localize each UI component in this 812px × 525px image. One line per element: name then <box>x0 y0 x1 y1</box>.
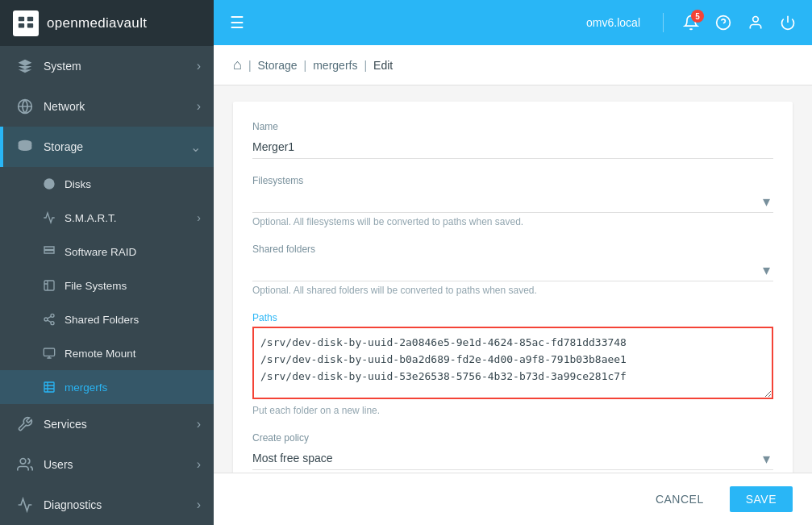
create-policy-select[interactable]: Most free space Least free space Existin… <box>252 447 773 470</box>
sidebar: openmediavault System › Network › Storag… <box>0 0 214 525</box>
svg-rect-3 <box>27 23 33 28</box>
sidebar-item-users[interactable]: Users › <box>0 444 214 485</box>
form-footer: Cancel Save <box>214 473 812 525</box>
paths-label: Paths <box>252 312 773 323</box>
sidebar-item-shared-folders[interactable]: Shared Folders <box>0 302 214 336</box>
svg-point-9 <box>51 314 54 317</box>
sidebar-item-smart[interactable]: S.M.A.R.T. › <box>0 201 214 235</box>
content-area: Name Filesystems ▾ Optional. All filesys… <box>214 85 812 473</box>
breadcrumb-sep-1: | <box>248 59 252 72</box>
svg-point-11 <box>51 322 54 325</box>
merger-icon <box>42 380 56 394</box>
storage-label: Storage <box>44 140 181 153</box>
network-icon <box>16 98 34 115</box>
filesystems-label: Filesystems <box>252 175 773 186</box>
paths-field: Paths /srv/dev-disk-by-uuid-2a0846e5-9e1… <box>252 312 773 416</box>
shared-folders-label: Shared Folders <box>65 314 139 326</box>
profile-button[interactable] <box>744 11 767 34</box>
power-button[interactable] <box>777 11 799 34</box>
topbar-divider <box>663 13 664 32</box>
sidebar-header: openmediavault <box>0 0 214 46</box>
svg-rect-0 <box>19 16 24 21</box>
name-label: Name <box>252 121 773 132</box>
storage-icon <box>16 138 34 156</box>
diagnostics-icon <box>16 496 34 514</box>
filesystems-select[interactable] <box>252 190 773 213</box>
sidebar-item-storage[interactable]: Storage ⌄ <box>0 127 214 167</box>
brand-title: openmediavault <box>47 15 147 31</box>
filesystems-hint: Optional. All filesystems will be conver… <box>252 216 773 227</box>
breadcrumb-sep-3: | <box>364 59 367 72</box>
svg-point-16 <box>753 17 759 23</box>
main-content: ☰ omv6.local 5 ⌂ | Storage | mergerfs | … <box>214 0 812 525</box>
svg-rect-13 <box>44 382 54 392</box>
svg-point-14 <box>20 459 26 465</box>
services-label: Services <box>44 418 187 431</box>
svg-point-10 <box>44 318 48 321</box>
users-label: Users <box>44 458 187 471</box>
svg-rect-8 <box>44 281 54 290</box>
storage-breadcrumb[interactable]: Storage <box>258 59 298 72</box>
help-button[interactable] <box>712 11 735 34</box>
filesystems-select-container: ▾ <box>252 190 773 213</box>
topbar: ☰ omv6.local 5 <box>214 0 812 45</box>
shared-folders-hint: Optional. All shared folders will be con… <box>252 285 773 296</box>
notifications-button[interactable]: 5 <box>680 11 702 34</box>
paths-textarea[interactable]: /srv/dev-disk-by-uuid-2a0846e5-9e1d-4624… <box>252 327 773 399</box>
home-breadcrumb[interactable]: ⌂ <box>233 56 242 73</box>
smart-icon <box>42 210 56 225</box>
storage-chevron-icon: ⌄ <box>190 140 201 155</box>
filesystems-field: Filesystems ▾ Optional. All filesystems … <box>252 175 773 227</box>
svg-rect-12 <box>44 348 54 356</box>
network-chevron-icon: › <box>197 99 201 114</box>
disks-label: Disks <box>65 178 91 190</box>
remote-mount-label: Remote Mount <box>65 348 136 360</box>
hostname-label: omv6.local <box>586 16 640 29</box>
mergerfs-breadcrumb[interactable]: mergerfs <box>313 59 357 72</box>
mergerfs-label: mergerfs <box>65 381 107 394</box>
remote-icon <box>42 346 56 360</box>
software-raid-label: Software RAID <box>65 246 136 258</box>
sidebar-item-mergerfs[interactable]: mergerfs <box>0 370 214 404</box>
users-icon <box>16 456 34 473</box>
smart-label: S.M.A.R.T. <box>65 212 117 224</box>
shared-folders-label: Shared folders <box>252 244 773 255</box>
name-field: Name <box>252 121 773 159</box>
share-icon <box>42 312 56 327</box>
svg-rect-2 <box>19 23 24 28</box>
file-systems-label: File Systems <box>65 280 127 292</box>
sidebar-item-disks[interactable]: Disks <box>0 167 214 201</box>
create-policy-field: Create policy Most free space Least free… <box>252 432 773 470</box>
disk-icon <box>42 177 56 191</box>
diagnostics-chevron-icon: › <box>197 498 201 512</box>
sidebar-item-system[interactable]: System › <box>0 46 214 86</box>
network-label: Network <box>44 100 187 113</box>
fs-icon <box>42 278 56 293</box>
services-chevron-icon: › <box>197 417 201 431</box>
create-policy-label: Create policy <box>252 432 773 444</box>
sidebar-item-network[interactable]: Network › <box>0 86 214 127</box>
cancel-button[interactable]: Cancel <box>639 486 720 512</box>
save-button[interactable]: Save <box>730 486 793 512</box>
logo-icon <box>13 10 39 36</box>
shared-folders-field: Shared folders ▾ Optional. All shared fo… <box>252 244 773 296</box>
sidebar-item-file-systems[interactable]: File Systems <box>0 269 214 302</box>
sidebar-item-remote-mount[interactable]: Remote Mount <box>0 336 214 370</box>
svg-rect-1 <box>27 16 33 21</box>
system-label: System <box>44 60 187 73</box>
smart-chevron-icon: › <box>197 211 201 224</box>
sidebar-item-services[interactable]: Services › <box>0 404 214 444</box>
edit-breadcrumb: Edit <box>373 59 393 72</box>
menu-button[interactable]: ☰ <box>227 10 248 35</box>
name-input[interactable] <box>252 135 773 159</box>
raid-icon <box>42 244 56 259</box>
sidebar-item-software-raid[interactable]: Software RAID <box>0 235 214 269</box>
system-icon <box>16 57 34 75</box>
services-icon <box>16 415 34 433</box>
shared-folders-select-container: ▾ <box>252 258 773 281</box>
notification-badge: 5 <box>691 10 704 23</box>
breadcrumb: ⌂ | Storage | mergerfs | Edit <box>214 45 812 85</box>
sidebar-item-diagnostics[interactable]: Diagnostics › <box>0 485 214 525</box>
shared-folders-select[interactable] <box>252 258 773 281</box>
breadcrumb-sep-2: | <box>304 59 307 72</box>
